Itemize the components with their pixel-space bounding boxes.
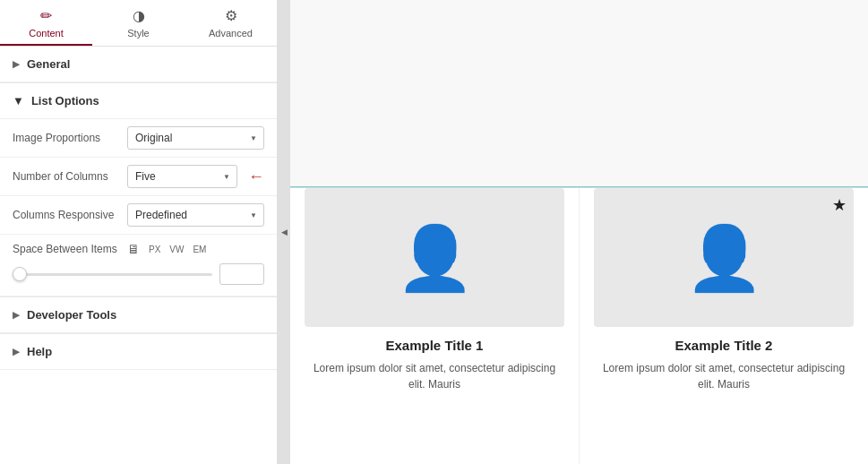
card-1-image: 👤 bbox=[305, 188, 564, 327]
card-2-image: 👤 ★ bbox=[594, 188, 854, 327]
developer-tools-label: Developer Tools bbox=[27, 308, 116, 322]
style-icon: ◑ bbox=[133, 7, 145, 24]
right-top-area bbox=[290, 0, 868, 188]
tab-advanced-label: Advanced bbox=[209, 28, 253, 39]
card-2-placeholder-icon: 👤 bbox=[685, 221, 763, 295]
dev-tools-chevron-icon: ▶ bbox=[13, 310, 20, 320]
space-label-row: Space Between Items 🖥 PX VW EM bbox=[13, 242, 264, 256]
card-2: 👤 ★ Example Title 2 Lorem ipsum dolor si… bbox=[580, 188, 868, 464]
collapse-icon: ◀ bbox=[281, 228, 288, 236]
general-section-header[interactable]: ▶ General bbox=[0, 47, 277, 82]
collapse-panel-button[interactable]: ◀ bbox=[278, 0, 290, 464]
number-of-columns-select[interactable]: One Two Three Four Five Six bbox=[127, 165, 237, 188]
card-1: 👤 Example Title 1 Lorem ipsum dolor sit … bbox=[290, 188, 580, 464]
right-area: 👤 Example Title 1 Lorem ipsum dolor sit … bbox=[290, 0, 868, 464]
star-icon: ★ bbox=[832, 195, 847, 215]
monitor-icon: 🖥 bbox=[127, 242, 140, 256]
list-options-label: List Options bbox=[31, 94, 99, 107]
list-options-section: ▼ List Options Image Proportions Origina… bbox=[0, 83, 277, 296]
number-of-columns-select-wrapper: One Two Three Four Five Six bbox=[127, 165, 237, 188]
image-proportions-select[interactable]: Original Square Landscape Portrait bbox=[127, 126, 264, 150]
card-2-text: Lorem ipsum dolor sit amet, consectetur … bbox=[594, 360, 854, 392]
columns-responsive-select[interactable]: Predefined Custom bbox=[127, 203, 264, 227]
card-1-title: Example Title 1 bbox=[386, 338, 484, 353]
tab-style-label: Style bbox=[127, 28, 149, 39]
arrow-indicator: ← bbox=[248, 168, 264, 186]
image-proportions-row: Image Proportions Original Square Landsc… bbox=[0, 119, 277, 158]
general-chevron-icon: ▶ bbox=[13, 59, 20, 69]
columns-responsive-label: Columns Responsive bbox=[13, 209, 120, 221]
list-options-header[interactable]: ▼ List Options bbox=[0, 83, 277, 119]
number-of-columns-row: Number of Columns One Two Three Four Fiv… bbox=[0, 158, 277, 196]
blue-guideline bbox=[290, 186, 868, 187]
help-header[interactable]: ▶ Help bbox=[0, 334, 277, 370]
image-proportions-select-wrapper: Original Square Landscape Portrait bbox=[127, 126, 264, 150]
cards-area: 👤 Example Title 1 Lorem ipsum dolor sit … bbox=[290, 188, 868, 464]
unit-options: PX VW EM bbox=[147, 244, 208, 255]
left-panel: ✏ Content ◑ Style ⚙ Advanced ▶ General ▼… bbox=[0, 0, 278, 464]
space-number-input[interactable] bbox=[219, 263, 264, 285]
general-label: General bbox=[27, 57, 70, 71]
unit-px[interactable]: PX bbox=[147, 244, 162, 255]
tab-content-label: Content bbox=[29, 28, 64, 39]
card-1-text: Lorem ipsum dolor sit amet, consectetur … bbox=[305, 360, 564, 392]
unit-em[interactable]: EM bbox=[191, 244, 208, 255]
help-label: Help bbox=[27, 345, 52, 358]
panel-content: ▶ General ▼ List Options Image Proportio… bbox=[0, 47, 277, 464]
columns-responsive-select-wrapper: Predefined Custom bbox=[127, 203, 264, 227]
tab-content[interactable]: ✏ Content bbox=[0, 0, 92, 46]
space-between-label: Space Between Items bbox=[13, 243, 120, 255]
tab-style[interactable]: ◑ Style bbox=[92, 0, 185, 46]
card-2-title: Example Title 2 bbox=[675, 338, 773, 353]
space-slider[interactable] bbox=[13, 273, 212, 276]
help-chevron-icon: ▶ bbox=[13, 347, 20, 357]
unit-vw[interactable]: VW bbox=[168, 244, 185, 255]
number-of-columns-label: Number of Columns bbox=[13, 170, 120, 183]
image-proportions-label: Image Proportions bbox=[13, 132, 120, 144]
space-between-items-row: Space Between Items 🖥 PX VW EM bbox=[0, 235, 277, 296]
card-1-placeholder-icon: 👤 bbox=[396, 221, 474, 295]
developer-tools-header[interactable]: ▶ Developer Tools bbox=[0, 297, 277, 333]
columns-responsive-row: Columns Responsive Predefined Custom bbox=[0, 196, 277, 235]
content-icon: ✏ bbox=[40, 7, 52, 24]
tab-bar: ✏ Content ◑ Style ⚙ Advanced bbox=[0, 0, 277, 47]
advanced-icon: ⚙ bbox=[225, 7, 237, 24]
tab-advanced[interactable]: ⚙ Advanced bbox=[185, 0, 277, 46]
slider-row bbox=[13, 263, 264, 285]
list-options-chevron-icon: ▼ bbox=[13, 94, 24, 107]
